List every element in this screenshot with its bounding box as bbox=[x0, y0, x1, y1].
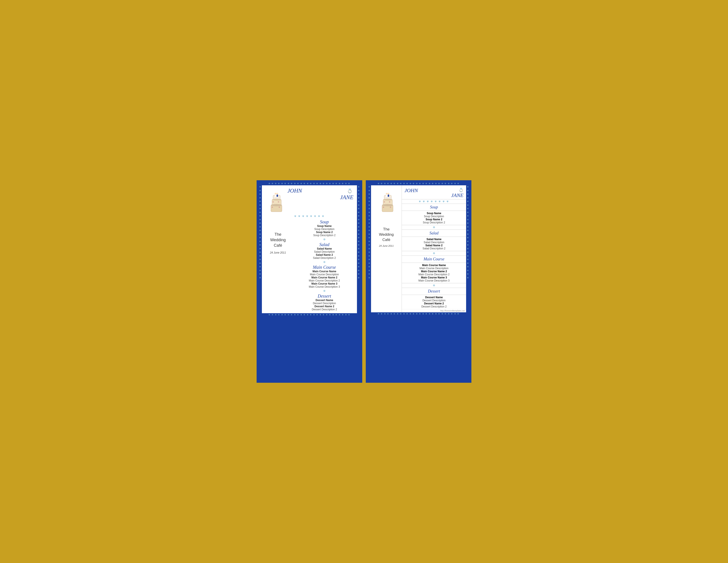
main-name2-right: Main Course Name 2 bbox=[404, 270, 463, 273]
table-left-col-right: ✿ ✿ ✿ ✿ TheWeddingCafé 24 June 2011 bbox=[371, 185, 402, 312]
main-desc1-left: Main Course Description bbox=[310, 273, 339, 276]
url-right: http://freewordtemplates.net bbox=[402, 309, 466, 312]
middle-row-right: ✼ ✼ ✼ ✼ ✼ ✼ ✼ ✼ ✼ ✼ ✼ ✼ ✼ ✼ ✼ ✼ ✼ ✼ ✼ ✼ … bbox=[368, 185, 470, 312]
venue-name-right: TheWeddingCafé bbox=[379, 227, 394, 242]
flower-divider-right: ✾ ✾ ✾ ✾ ✾ ✾ ✾ ✾ bbox=[402, 199, 466, 204]
svg-point-6 bbox=[276, 193, 278, 195]
dessert-title-left: Dessert bbox=[318, 294, 331, 299]
soup-title-right: Soup bbox=[404, 205, 463, 210]
main-name3-left: Main Course Name 3 bbox=[311, 282, 337, 285]
dessert-title-right: Dessert bbox=[404, 289, 463, 294]
salad-items-right: Salad Name Salad Description Salad Name … bbox=[402, 237, 466, 251]
div-flower2-right: ❁ bbox=[402, 251, 466, 256]
dessert-desc1-right: Dessert Description bbox=[404, 299, 463, 302]
cake-svg-left: ✿ ✿ ✿ ✿ bbox=[265, 188, 285, 214]
svg-rect-21 bbox=[388, 195, 389, 197]
inner-white-left: ✿ ✿ ✿ ✿ JOHN 💍 bbox=[262, 185, 357, 313]
names-header-left: ✿ ✿ ✿ ✿ JOHN 💍 bbox=[262, 185, 357, 214]
names-header-right: JOHN 💍 JANE bbox=[402, 185, 466, 199]
middle-row-left: ✼ ✼ ✼ ✼ ✼ ✼ ✼ ✼ ✼ ✼ ✼ ✼ ✼ ✼ ✼ ✼ ✼ ✼ ✼ ✼ … bbox=[258, 185, 360, 313]
dessert-name2-left: Dessert Name 2 bbox=[314, 305, 334, 308]
groom-name-right: JOHN bbox=[404, 188, 418, 193]
div3-left: ❁ bbox=[323, 289, 325, 293]
salad-desc1-right: Salad Description bbox=[404, 241, 463, 244]
main-desc2-left: Main Course Description 2 bbox=[309, 279, 340, 282]
menu-card-right: ✼ ✼ ✼ ✼ ✼ ✼ ✼ ✼ ✼ ✼ ✼ ✼ ✼ ✼ ✼ ✼ ✼ ✼ ✼ ✼ … bbox=[366, 180, 471, 383]
salad-desc2-right: Salad Description 2 bbox=[404, 247, 463, 250]
venue-col-left: TheWeddingCafé 24 June 2011 bbox=[264, 219, 292, 311]
dessert-desc2-right: Dessert Description 2 bbox=[404, 305, 463, 308]
soup-desc2-left: Soup Description 2 bbox=[313, 234, 335, 237]
cake-left: ✿ ✿ ✿ ✿ bbox=[265, 188, 285, 214]
dessert-desc2-left: Dessert Description 2 bbox=[312, 308, 337, 311]
bride-name-left: JANE bbox=[340, 194, 353, 201]
dessert-section-right: Dessert bbox=[402, 288, 466, 295]
soup-name2-left: Soup Name 2 bbox=[316, 231, 333, 234]
salad-desc2-left: Salad Description 2 bbox=[313, 256, 336, 259]
svg-rect-7 bbox=[275, 195, 276, 197]
svg-point-18 bbox=[386, 193, 388, 195]
svg-text:✿: ✿ bbox=[272, 206, 273, 208]
soup-items-right: Soup Name Soup Description Soup Name 2 S… bbox=[402, 211, 466, 225]
svg-text:✿: ✿ bbox=[389, 201, 390, 203]
svg-point-17 bbox=[383, 199, 392, 201]
div1-left: ❁ bbox=[323, 238, 325, 241]
cake-svg-right: ✿ ✿ ✿ ✿ bbox=[377, 188, 396, 214]
svg-point-16 bbox=[382, 204, 393, 206]
main-name1-right: Main Course Name bbox=[404, 264, 463, 267]
main-desc2-right: Main Course Description 2 bbox=[404, 273, 463, 276]
svg-rect-20 bbox=[386, 195, 387, 197]
main-desc3-left: Main Course Description 3 bbox=[309, 285, 340, 288]
main-name2-left: Main Course Name 2 bbox=[311, 276, 337, 279]
groom-container-right: JOHN bbox=[404, 188, 451, 193]
soup-desc1-left: Soup Description bbox=[314, 228, 334, 231]
svg-point-19 bbox=[388, 193, 389, 195]
page-wrapper: ✼ ✼ ✼ ✼ ✼ ✼ ✼ ✼ ✼ ✼ ✼ ✼ ✼ ✼ ✼ ✼ ✼ ✼ ✼ ✼ … bbox=[253, 177, 475, 386]
svg-text:✿: ✿ bbox=[383, 206, 384, 208]
main-section-right: Main Course bbox=[402, 256, 466, 263]
salad-name2-left: Salad Name 2 bbox=[316, 253, 333, 256]
salad-name2-right: Salad Name 2 bbox=[404, 244, 463, 247]
main-desc1-right: Main Course Description bbox=[404, 267, 463, 270]
bottom-border-right: ✼ ✼ ✼ ✼ ✼ ✼ ✼ ✼ ✼ ✼ ✼ ✼ ✼ ✼ ✼ ✼ ✼ ✼ ✼ ✼ … bbox=[368, 312, 470, 316]
bride-name-container-left: JANE bbox=[287, 194, 353, 201]
salad-title-right: Salad bbox=[404, 231, 463, 236]
body-columns-left: TheWeddingCafé 24 June 2011 Soup Soup Na… bbox=[262, 219, 357, 313]
main-title-right: Main Course bbox=[404, 257, 463, 261]
right-border-right: ✼ ✼ ✼ ✼ ✼ ✼ ✼ ✼ ✼ ✼ ✼ ✼ ✼ ✼ ✼ ✼ ✼ ✼ ✼ ✼ … bbox=[466, 185, 470, 312]
div-flower3-right: ❁ bbox=[402, 283, 466, 288]
svg-text:✿: ✿ bbox=[279, 206, 280, 208]
venue-date-right: 24 June 2011 bbox=[379, 245, 394, 247]
name-row-left: JOHN 💍 bbox=[287, 188, 353, 194]
rings-left: 💍 bbox=[347, 188, 353, 193]
inner-white-right: ✿ ✿ ✿ ✿ TheWeddingCafé 24 June 2011 bbox=[371, 185, 466, 312]
menu-col-left: Soup Soup Name Soup Description Soup Nam… bbox=[292, 219, 355, 311]
top-border-left: ✼ ✼ ✼ ✼ ✼ ✼ ✼ ✼ ✼ ✼ ✼ ✼ ✼ ✼ ✼ ✼ ✼ ✼ ✼ ✼ … bbox=[258, 182, 360, 185]
left-border-left: ✼ ✼ ✼ ✼ ✼ ✼ ✼ ✼ ✼ ✼ ✼ ✼ ✼ ✼ ✼ ✼ ✼ ✼ ✼ ✼ … bbox=[258, 185, 262, 313]
soup-desc2-right: Soup Description 2 bbox=[404, 221, 463, 224]
soup-section-right: Soup bbox=[402, 204, 466, 211]
svg-text:✿: ✿ bbox=[278, 201, 279, 203]
salad-desc1-left: Salad Description bbox=[314, 250, 335, 253]
soup-title-left: Soup bbox=[320, 219, 329, 224]
svg-point-5 bbox=[275, 193, 276, 195]
bride-name-right: JANE bbox=[451, 192, 463, 198]
dessert-name1-right: Dessert Name bbox=[404, 296, 463, 299]
div2-left: ❁ bbox=[323, 261, 325, 264]
dessert-desc1-left: Dessert Description bbox=[313, 302, 336, 305]
main-desc3-right: Main Course Description 3 bbox=[404, 279, 463, 282]
bottom-border-left: ✼ ✼ ✼ ✼ ✼ ✼ ✼ ✼ ✼ ✼ ✼ ✼ ✼ ✼ ✼ ✼ ✼ ✼ ✼ ✼ … bbox=[258, 313, 360, 316]
main-items-right: Main Course Name Main Course Description… bbox=[402, 263, 466, 283]
salad-title-left: Salad bbox=[319, 242, 329, 247]
soup-name2-right: Soup Name 2 bbox=[404, 218, 463, 221]
main-name3-right: Main Course Name 3 bbox=[404, 276, 463, 279]
main-title-left: Main Course bbox=[313, 265, 336, 270]
dessert-name1-left: Dessert Name bbox=[316, 299, 333, 302]
table-layout-right: ✿ ✿ ✿ ✿ TheWeddingCafé 24 June 2011 bbox=[371, 185, 466, 312]
salad-section-right: Salad bbox=[402, 230, 466, 237]
salad-name1-right: Salad Name bbox=[404, 238, 463, 241]
dessert-items-right: Dessert Name Dessert Description Dessert… bbox=[402, 295, 466, 309]
main-name1-left: Main Course Name bbox=[313, 270, 336, 273]
names-area-left: JOHN 💍 JANE bbox=[287, 188, 353, 201]
bride-container-right: 💍 JANE bbox=[451, 188, 463, 198]
